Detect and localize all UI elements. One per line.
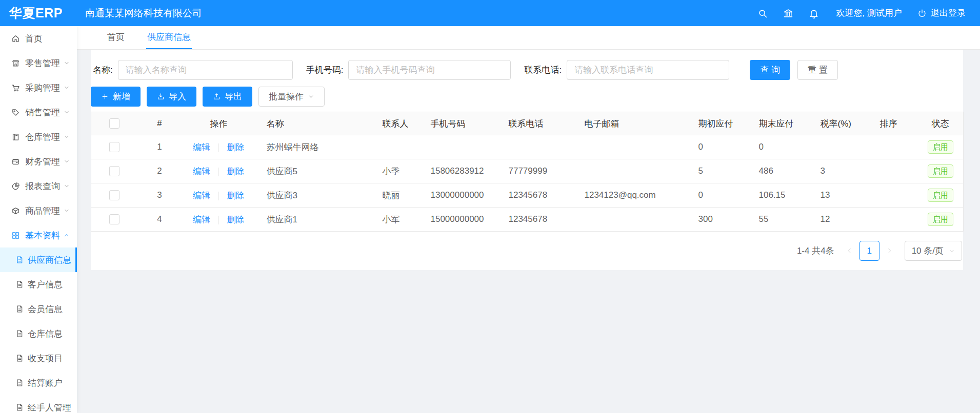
export-button[interactable]: 导出: [203, 87, 252, 107]
edit-link[interactable]: 编辑: [193, 215, 210, 224]
status-badge[interactable]: 启用: [928, 213, 953, 226]
cell-operation: 编辑 删除: [182, 208, 256, 232]
sidebar-item-warehouse-info[interactable]: 仓库信息: [0, 321, 77, 346]
delete-link[interactable]: 删除: [227, 167, 245, 176]
sidebar: 首页 零售管理 采购管理 销售管理 仓库管理 财务管理 报表查询 商品管理 基本…: [0, 26, 77, 413]
sidebar-item-home[interactable]: 首页: [0, 26, 77, 51]
cell-sort: [870, 135, 918, 159]
name-filter-input[interactable]: [118, 60, 293, 80]
sidebar-item-label: 仓库管理: [25, 131, 60, 143]
edit-link[interactable]: 编辑: [193, 191, 210, 200]
mobile-filter-input[interactable]: [348, 60, 511, 80]
row-checkbox[interactable]: [109, 190, 119, 200]
cell-contact: 小季: [372, 159, 421, 183]
sidebar-item-retail-management[interactable]: 零售管理: [0, 51, 77, 75]
chevron-down-icon: [64, 134, 70, 140]
sidebar-item-label: 商品管理: [25, 205, 60, 217]
search-icon[interactable]: [757, 8, 768, 18]
page-size-value: 10 条/页: [912, 245, 944, 257]
tag-icon: [11, 108, 20, 117]
delete-link[interactable]: 删除: [227, 142, 245, 152]
sidebar-item-warehouse-management[interactable]: 仓库管理: [0, 125, 77, 149]
cell-status: 启用: [918, 159, 964, 183]
filter-row: 名称: 手机号码: 联系电话: 查 询 重 置: [91, 60, 963, 80]
export-button-label: 导出: [225, 91, 242, 102]
status-badge[interactable]: 启用: [928, 164, 953, 178]
row-checkbox[interactable]: [109, 142, 119, 152]
sidebar-item-customer-info[interactable]: 客户信息: [0, 272, 77, 297]
cell-index: 2: [138, 159, 182, 183]
import-button[interactable]: 导入: [147, 87, 196, 107]
prev-page-button[interactable]: [839, 241, 859, 261]
logout-button[interactable]: 退出登录: [917, 7, 966, 19]
cell-index: 4: [138, 208, 182, 232]
column-email: 电子邮箱: [574, 112, 688, 135]
cell-contact: 晓丽: [372, 183, 421, 208]
bell-icon[interactable]: [809, 8, 819, 18]
sidebar-item-supplier-info[interactable]: 供应商信息: [0, 247, 77, 272]
next-page-button[interactable]: [879, 241, 899, 261]
sidebar-item-goods-management[interactable]: 商品管理: [0, 198, 77, 223]
cell-operation: 编辑 删除: [182, 159, 256, 183]
sidebar-item-finance-management[interactable]: 财务管理: [0, 149, 77, 174]
tab-home[interactable]: 首页: [106, 26, 126, 49]
tab-supplier-info[interactable]: 供应商信息: [146, 26, 192, 49]
chevron-down-icon: [64, 158, 70, 164]
sidebar-item-purchase-management[interactable]: 采购管理: [0, 75, 77, 100]
page-size-select[interactable]: 10 条/页: [905, 241, 962, 261]
search-button[interactable]: 查 询: [750, 60, 790, 80]
row-checkbox[interactable]: [109, 214, 119, 224]
supplier-table: # 操作 名称 联系人 手机号码 联系电话 电子邮箱 期初应付 期末应付 税率(…: [91, 112, 964, 232]
sidebar-item-handler-management[interactable]: 经手人管理: [0, 395, 77, 413]
status-badge[interactable]: 启用: [928, 189, 953, 202]
sidebar-item-basic-data[interactable]: 基本资料: [0, 223, 77, 247]
sidebar-item-label: 会员信息: [28, 303, 63, 315]
edit-link[interactable]: 编辑: [193, 167, 210, 176]
reset-button[interactable]: 重 置: [797, 60, 838, 80]
row-checkbox[interactable]: [109, 166, 119, 176]
cell-sort: [870, 159, 918, 183]
cell-tax-rate: 13: [810, 183, 870, 208]
sidebar-item-report-query[interactable]: 报表查询: [0, 174, 77, 198]
select-all-checkbox[interactable]: [109, 118, 119, 129]
sidebar-item-settlement-account[interactable]: 结算账户: [0, 370, 77, 395]
cell-tax-rate: 12: [810, 208, 870, 232]
content-card: 名称: 手机号码: 联系电话: 查 询 重 置 新增 导入 导出: [91, 50, 963, 270]
book-icon: [11, 133, 20, 141]
sidebar-item-income-expense-item[interactable]: 收支项目: [0, 346, 77, 370]
batch-operation-button[interactable]: 批量操作: [258, 87, 325, 107]
column-tel: 联系电话: [498, 112, 574, 135]
cell-name: 供应商1: [256, 208, 372, 232]
delete-link[interactable]: 删除: [227, 215, 245, 224]
page-number-button[interactable]: 1: [859, 241, 879, 261]
sidebar-item-label: 结算账户: [28, 377, 63, 389]
table-header-row: # 操作 名称 联系人 手机号码 联系电话 电子邮箱 期初应付 期末应付 税率(…: [91, 112, 964, 135]
cell-email: 1234123@qq.com: [574, 183, 688, 208]
sidebar-item-member-info[interactable]: 会员信息: [0, 297, 77, 321]
cell-status: 启用: [918, 183, 964, 208]
cell-email: [574, 208, 688, 232]
cell-contact: [372, 135, 421, 159]
cell-begin-payable: 300: [688, 208, 749, 232]
sidebar-item-sales-management[interactable]: 销售管理: [0, 100, 77, 125]
sidebar-item-label: 客户信息: [28, 279, 63, 291]
cell-tel: 77779999: [498, 159, 574, 183]
sidebar-item-label: 销售管理: [25, 107, 60, 118]
tel-filter-input[interactable]: [567, 60, 729, 80]
cell-mobile: 15806283912: [421, 159, 498, 183]
app-logo: 华夏ERP: [0, 5, 77, 22]
pagination-total: 1-4 共4条: [797, 245, 834, 257]
bank-icon[interactable]: [783, 8, 793, 18]
add-button[interactable]: 新增: [91, 87, 141, 107]
edit-link[interactable]: 编辑: [193, 142, 210, 152]
sidebar-item-label: 收支项目: [28, 353, 63, 364]
chevron-left-icon: [846, 247, 853, 254]
document-icon: [15, 329, 24, 338]
cell-name: 苏州蜗牛网络: [256, 135, 372, 159]
delete-link[interactable]: 删除: [227, 191, 245, 200]
cell-tel: 12345678: [498, 183, 574, 208]
chevron-down-icon: [64, 109, 70, 115]
cell-sort: [870, 183, 918, 208]
status-badge[interactable]: 启用: [928, 140, 953, 154]
column-tax-rate: 税率(%): [810, 112, 870, 135]
